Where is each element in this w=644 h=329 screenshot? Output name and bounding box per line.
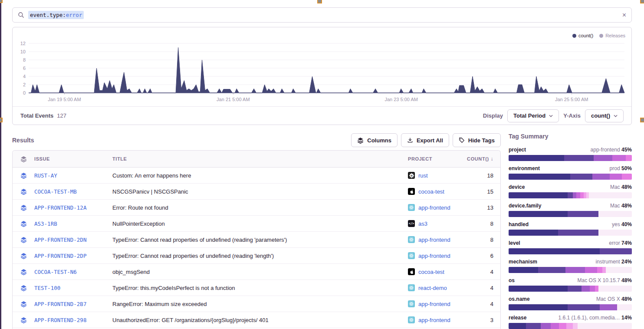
facet-bar-segment[interactable] (509, 230, 558, 236)
project-link[interactable]: cocoa-test (418, 188, 444, 195)
display-dropdown[interactable]: Total Period (507, 109, 559, 122)
facet-bar-segment[interactable] (606, 267, 632, 273)
facet-bar-segment[interactable] (598, 286, 632, 292)
selection-handle[interactable] (0, 0, 3, 3)
project-link[interactable]: cocoa-test (418, 269, 444, 275)
project-link[interactable]: app-frontend (418, 301, 450, 307)
facet-bar-segment[interactable] (568, 286, 581, 292)
facet-bar-segment[interactable] (580, 192, 584, 198)
column-header-issue[interactable]: ISSUE (34, 156, 112, 161)
issue-stack-icon[interactable] (20, 301, 31, 307)
issue-stack-icon[interactable] (20, 220, 31, 227)
issue-link[interactable]: COCOA-TEST-N6 (34, 269, 112, 275)
facet-bar-segment[interactable] (582, 286, 590, 292)
facet-bar-segment[interactable] (594, 155, 612, 161)
facet-bar-segment[interactable] (592, 174, 610, 180)
facet-bar-segment[interactable] (509, 248, 600, 254)
facet-bar-segment[interactable] (538, 267, 565, 273)
facet-bar-segment[interactable] (578, 323, 632, 329)
search-query-token[interactable]: event.type:error (28, 11, 84, 19)
facet-bar-segment[interactable] (576, 192, 580, 198)
facet-bar-segment[interactable] (595, 286, 599, 292)
facet-bar-segment[interactable] (568, 304, 600, 310)
issue-link[interactable]: COCOA-TEST-MB (34, 188, 112, 195)
columns-button[interactable]: Columns (351, 133, 398, 147)
issue-stack-icon[interactable] (20, 188, 31, 195)
issue-stack-icon[interactable] (20, 237, 31, 243)
facet-bar-segment[interactable] (566, 323, 572, 329)
svg-text:12: 12 (20, 41, 26, 46)
issue-stack-icon[interactable] (20, 172, 31, 179)
facet-bar-segment[interactable] (617, 304, 632, 310)
facet-bar-segment[interactable] (565, 267, 585, 273)
facet-bar-segment[interactable] (598, 211, 632, 217)
facet-bar-segment[interactable] (589, 192, 632, 198)
issue-stack-icon[interactable] (20, 253, 31, 259)
issue-link[interactable]: APP-FRONTEND-298 (34, 317, 112, 323)
issue-link[interactable]: RUST-AY (34, 172, 112, 179)
issue-link[interactable]: TEST-100 (34, 285, 112, 291)
column-header-title[interactable]: TITLE (112, 156, 402, 161)
column-header-count[interactable]: COUNT() ↓ (463, 156, 500, 162)
column-header-project[interactable]: PROJECT (402, 156, 463, 161)
issue-stack-icon[interactable] (20, 285, 31, 291)
issue-link[interactable]: APP-FRONTEND-2B7 (34, 301, 112, 307)
facet-bar-segment[interactable] (622, 174, 632, 180)
legend-item-Releases[interactable]: Releases (599, 33, 625, 38)
facet-bar-segment[interactable] (509, 286, 568, 292)
clear-search-icon[interactable]: × (622, 12, 626, 19)
facet-bar-segment[interactable] (526, 323, 541, 329)
facet-bar-segment[interactable] (509, 323, 526, 329)
issue-stack-icon[interactable] (20, 204, 31, 211)
facet-bar-segment[interactable] (559, 323, 566, 329)
facet-bar-segment[interactable] (610, 174, 622, 180)
legend-item-count[interactable]: count() (572, 33, 593, 38)
selection-handle[interactable] (640, 118, 644, 122)
facet-bar-segment[interactable] (509, 267, 538, 273)
facet-bar-segment[interactable] (570, 174, 592, 180)
facet-bar-segment[interactable] (509, 155, 564, 161)
events-area-chart[interactable]: 024681012Jan 19 5:00 AMJan 21 5:00 AMJan… (13, 39, 631, 106)
facet-bar-segment[interactable] (600, 248, 632, 254)
facet-bar-segment[interactable] (597, 267, 602, 273)
issue-stack-icon[interactable] (20, 269, 31, 275)
facet-bar-segment[interactable] (573, 192, 577, 198)
issue-stack-icon[interactable] (20, 317, 31, 323)
project-link[interactable]: app-frontend (418, 204, 450, 211)
facet-bar-segment[interactable] (573, 323, 578, 329)
issue-link[interactable]: APP-FRONTEND-2DN (34, 237, 112, 243)
project-link[interactable]: app-frontend (418, 253, 450, 259)
facet-bar-segment[interactable] (626, 155, 632, 161)
hide-tags-button[interactable]: Hide Tags (453, 133, 501, 147)
facet-bar-segment[interactable] (590, 286, 595, 292)
facet-bar-segment[interactable] (568, 192, 572, 198)
project-link[interactable]: app-frontend (418, 237, 450, 243)
facet-bar-segment[interactable] (612, 155, 626, 161)
search-bar[interactable]: event.type:error × (12, 7, 632, 23)
project-link[interactable]: as3 (418, 220, 427, 227)
project-link[interactable]: react-demo (418, 285, 447, 291)
facet-bar-segment[interactable] (600, 304, 617, 310)
selection-handle[interactable] (640, 0, 644, 3)
selection-handle[interactable] (0, 118, 3, 122)
issue-link[interactable]: AS3-1RB (34, 220, 112, 227)
facet-bar-segment[interactable] (602, 267, 606, 273)
facet-bar-segment[interactable] (509, 174, 570, 180)
facet-bar-segment[interactable] (558, 230, 599, 236)
issue-link[interactable]: APP-FRONTEND-12A (34, 204, 112, 211)
selection-handle[interactable] (317, 0, 322, 3)
project-link[interactable]: rust (418, 172, 428, 179)
facet-bar-segment[interactable] (509, 304, 568, 310)
issue-link[interactable]: APP-FRONTEND-2DP (34, 253, 112, 259)
facet-bar-segment[interactable] (541, 323, 551, 329)
project-link[interactable]: app-frontend (418, 317, 450, 323)
facet-bar-segment[interactable] (585, 267, 597, 273)
export-all-button[interactable]: Export All (401, 133, 449, 147)
facet-bar-segment[interactable] (551, 323, 559, 329)
y-axis-dropdown[interactable]: count() (585, 109, 624, 122)
facet-bar-segment[interactable] (509, 192, 568, 198)
facet-bar-segment[interactable] (564, 155, 594, 161)
facet-bar-segment[interactable] (568, 211, 598, 217)
facet-bar-segment[interactable] (598, 230, 632, 236)
facet-bar-segment[interactable] (509, 211, 568, 217)
